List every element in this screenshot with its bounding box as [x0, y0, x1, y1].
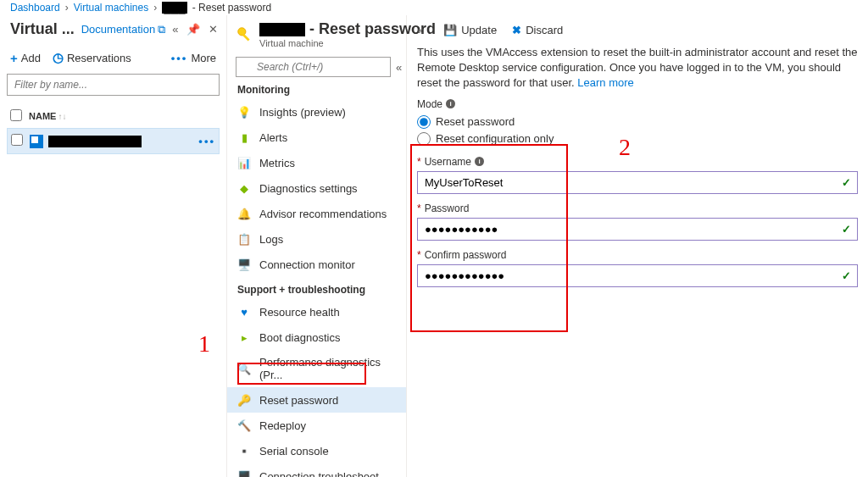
breadcrumb-vms[interactable]: Virtual machines	[74, 2, 149, 14]
pin-icon[interactable]: 📌	[186, 23, 200, 36]
key-icon	[236, 25, 254, 44]
vm-name-redacted	[48, 136, 142, 147]
nav-diag-settings[interactable]: ◆Diagnostics settings	[227, 175, 406, 201]
confirm-password-input[interactable]	[417, 264, 858, 287]
nav-panel: - Reset password Virtual machine « Monit…	[227, 15, 407, 477]
radio-input[interactable]	[417, 132, 431, 146]
nav-redeploy[interactable]: 🔨Redeploy	[227, 413, 406, 438]
vm-icon	[30, 135, 43, 148]
breadcrumb-vm-name-redacted: ███	[162, 2, 187, 14]
sort-icon: ↑↓	[58, 112, 66, 121]
key-icon: 🔑	[237, 393, 251, 407]
troubleshoot-icon: 🖥️	[237, 469, 251, 477]
advisor-icon: 🔔	[237, 207, 251, 220]
chevron-right-icon: ›	[65, 2, 69, 14]
external-link-icon: ⧉	[158, 23, 165, 36]
collapse-icon[interactable]: «	[172, 23, 178, 36]
collapse-nav-icon[interactable]: «	[396, 61, 402, 74]
nav-section-support: Support + troubleshooting	[227, 277, 406, 299]
reservations-button[interactable]: ◷ Reservations	[53, 50, 131, 65]
checkmark-icon: ✓	[842, 223, 851, 236]
confirm-password-label: * Confirm password	[417, 249, 858, 261]
row-menu-button[interactable]: •••	[198, 135, 215, 147]
add-button[interactable]: + Add	[10, 51, 41, 65]
nav-serial-console[interactable]: ▪️Serial console	[227, 438, 406, 463]
svg-rect-1	[242, 34, 249, 41]
vm-list-row[interactable]: •••	[7, 128, 220, 154]
mode-reset-password-radio[interactable]: Reset password	[417, 114, 858, 130]
learn-more-link[interactable]: Learn more	[577, 76, 633, 89]
redeploy-icon: 🔨	[237, 419, 251, 432]
chart-icon: 📊	[237, 156, 251, 169]
radio-input[interactable]	[417, 115, 431, 129]
nav-search-input[interactable]	[236, 57, 391, 77]
mode-reset-config-radio[interactable]: Reset configuration only	[417, 130, 858, 147]
username-input[interactable]	[417, 171, 858, 194]
nav-metrics[interactable]: 📊Metrics	[227, 150, 406, 175]
checkmark-icon: ✓	[842, 176, 851, 189]
more-button[interactable]: ••• More	[171, 52, 216, 64]
breadcrumb-dashboard[interactable]: Dashboard	[10, 2, 60, 14]
nav-conn-troubleshoot[interactable]: 🖥️Connection troubleshoot	[227, 463, 406, 477]
console-icon: ▪️	[237, 444, 251, 458]
row-checkbox[interactable]	[11, 134, 23, 146]
password-label: * Password	[417, 202, 858, 214]
ellipsis-icon: •••	[171, 52, 188, 64]
breadcrumb: Dashboard › Virtual machines › ███ - Res…	[0, 0, 868, 15]
lightbulb-icon: 💡	[237, 105, 251, 119]
documentation-link[interactable]: Documentation ⧉	[81, 23, 165, 36]
chevron-right-icon: ›	[153, 2, 157, 14]
nav-logs[interactable]: 📋Logs	[227, 226, 406, 252]
info-icon[interactable]: i	[475, 157, 484, 166]
plus-icon: +	[10, 51, 18, 65]
nav-conn-monitor[interactable]: 🖥️Connection monitor	[227, 252, 406, 277]
checkmark-icon: ✓	[842, 269, 851, 282]
discard-icon: ✖	[512, 24, 521, 36]
update-button[interactable]: 💾 Update	[443, 24, 497, 36]
nav-boot-diag[interactable]: ▸Boot diagnostics	[227, 324, 406, 350]
monitor-icon: 🖥️	[237, 258, 251, 271]
discard-button[interactable]: ✖ Discard	[512, 24, 563, 36]
diag-icon: ◆	[237, 181, 251, 195]
mode-label: Mode i	[417, 98, 858, 110]
nav-reset-password[interactable]: 🔑Reset password	[227, 387, 406, 413]
boot-icon: ▸	[237, 330, 251, 344]
nav-section-monitoring: Monitoring	[227, 84, 406, 99]
panel1-title: Virtual ...	[10, 20, 75, 38]
password-input[interactable]	[417, 218, 858, 241]
nav-alerts[interactable]: ▮Alerts	[227, 125, 406, 150]
column-name[interactable]: NAME	[29, 111, 56, 121]
nav-advisor[interactable]: 🔔Advisor recommendations	[227, 201, 406, 226]
alert-icon: ▮	[237, 130, 251, 144]
nav-insights[interactable]: 💡Insights (preview)	[227, 99, 406, 125]
nav-resource-health[interactable]: ♥Resource health	[227, 299, 406, 324]
info-icon[interactable]: i	[446, 99, 455, 108]
description-text: This uses the VMAccess extension to rese…	[417, 43, 858, 98]
breadcrumb-current: - Reset password	[192, 2, 271, 14]
list-header: NAME ↑↓	[7, 104, 220, 128]
close-icon[interactable]: ✕	[209, 23, 218, 36]
clock-icon: ◷	[53, 50, 64, 65]
heart-icon: ♥	[237, 305, 251, 319]
perf-icon: 🔍	[237, 362, 251, 375]
logs-icon: 📋	[237, 232, 251, 246]
username-label: * Username i	[417, 156, 858, 168]
vm-list-panel: Virtual ... Documentation ⧉ « 📌 ✕ + Add …	[0, 15, 227, 477]
filter-input[interactable]	[7, 74, 220, 96]
collapse-content-icon[interactable]: «	[417, 24, 423, 36]
select-all-checkbox[interactable]	[10, 109, 22, 121]
content-panel: « 💾 Update ✖ Discard This uses the VMAcc…	[407, 15, 868, 477]
nav-perf-diag[interactable]: 🔍Performance diagnostics (Pr...	[227, 350, 406, 387]
vm-name-redacted	[259, 23, 305, 36]
save-icon: 💾	[443, 24, 457, 36]
